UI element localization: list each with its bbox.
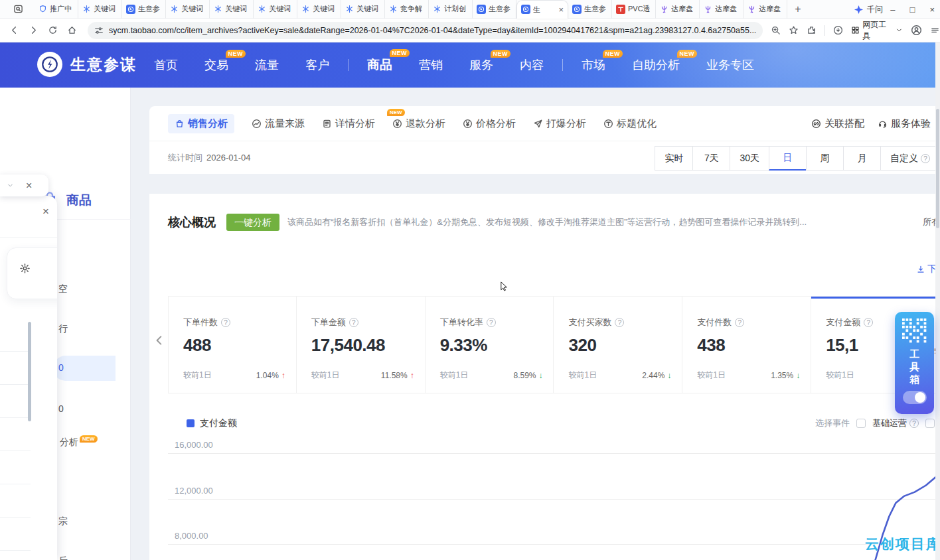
- subnav-tab-销售分析[interactable]: 销售分析: [168, 114, 234, 133]
- browser-tab[interactable]: 生意参: [568, 0, 612, 19]
- zoom-in-icon[interactable]: [771, 25, 781, 35]
- browser-tab[interactable]: 达摩盘: [656, 0, 700, 19]
- list-item[interactable]: [0, 518, 31, 551]
- nav-item-内容[interactable]: 内容: [520, 57, 544, 73]
- nav-item-服务[interactable]: 服务NEW: [469, 57, 493, 73]
- chevron-down-icon[interactable]: [7, 182, 14, 189]
- browser-menu-icon[interactable]: [930, 25, 940, 35]
- metric-card-下单件数[interactable]: 下单件数?488较前1日1.04%↑: [168, 296, 297, 393]
- close-icon[interactable]: ×: [26, 180, 32, 192]
- subnav-tab-详情分析[interactable]: 详情分析: [322, 117, 375, 130]
- home-icon[interactable]: [67, 25, 77, 35]
- browser-tab[interactable]: 生意参: [122, 0, 166, 19]
- browser-tab[interactable]: 生意参: [473, 0, 516, 19]
- subnav-tab-标题优化[interactable]: 标题优化: [603, 117, 657, 130]
- metric-card-下单转化率[interactable]: 下单转化率?9.33%较前1日8.59%↓: [426, 296, 554, 393]
- sidebar-item[interactable]: 0: [58, 362, 64, 373]
- close-icon[interactable]: ×: [42, 205, 49, 218]
- date-option-自定义[interactable]: 自定义?: [880, 146, 940, 171]
- browser-tab[interactable]: 生×: [516, 0, 568, 19]
- help-icon[interactable]: ?: [487, 318, 496, 327]
- help-icon[interactable]: ?: [615, 318, 624, 327]
- bookmark-star-icon[interactable]: [789, 25, 799, 35]
- browser-tab[interactable]: 关键词: [341, 0, 385, 19]
- nav-item-市场[interactable]: 市场NEW: [582, 57, 605, 73]
- browser-tab[interactable]: 计划创: [429, 0, 473, 19]
- event-option-label[interactable]: 基础运营?: [872, 417, 919, 429]
- metric-card-下单金额[interactable]: 下单金额?17,540.48较前1日11.58%↑: [297, 296, 426, 393]
- scrollbar-thumb[interactable]: [936, 109, 939, 228]
- date-option-7天[interactable]: 7天: [692, 146, 730, 171]
- gear-icon[interactable]: [13, 256, 37, 280]
- toolbox-toggle[interactable]: [903, 391, 927, 404]
- tab-search-icon[interactable]: [11, 3, 25, 16]
- metric-card-支付件数[interactable]: 支付件数?438较前1日1.35%↓: [682, 296, 811, 393]
- nav-item-业务专区[interactable]: 业务专区: [706, 57, 754, 73]
- list-item[interactable]: [0, 318, 31, 352]
- brand[interactable]: 生意参谋: [37, 52, 137, 77]
- close-tab-icon[interactable]: ×: [558, 5, 564, 14]
- tune-icon[interactable]: [94, 26, 104, 35]
- browser-tab[interactable]: 达摩盘: [700, 0, 744, 19]
- help-icon[interactable]: ?: [349, 318, 358, 327]
- avatar[interactable]: [911, 25, 922, 36]
- subnav-tab-流量来源[interactable]: 流量来源: [252, 117, 305, 130]
- help-icon[interactable]: ?: [921, 154, 930, 163]
- nav-item-客户[interactable]: 客户: [305, 57, 329, 73]
- nav-item-首页[interactable]: 首页: [154, 57, 178, 73]
- browser-tab[interactable]: 竞争解: [385, 0, 429, 19]
- subnav-tab-打爆分析[interactable]: 打爆分析: [533, 117, 586, 130]
- metric-card-支付买家数[interactable]: 支付买家数?320较前1日2.44%↓: [554, 296, 682, 393]
- sidebar-item[interactable]: 宗: [58, 516, 68, 527]
- sidebar-item[interactable]: 0: [58, 403, 64, 414]
- help-icon[interactable]: ?: [221, 318, 230, 327]
- help-icon[interactable]: ?: [909, 419, 919, 428]
- subnav-tab-价格分析[interactable]: 价格分析: [463, 117, 516, 130]
- list-item[interactable]: [0, 385, 31, 418]
- url-text[interactable]: sycm.taobao.com/cc/item_archives?activeK…: [109, 26, 756, 35]
- back-icon[interactable]: [9, 25, 19, 35]
- nav-item-自助分析[interactable]: 自助分析NEW: [632, 57, 680, 73]
- maximize-button[interactable]: □: [910, 5, 915, 14]
- web-tools-button[interactable]: 网页工具: [851, 19, 903, 42]
- help-icon[interactable]: ?: [864, 318, 873, 327]
- extensions-icon[interactable]: [807, 25, 817, 35]
- browser-tab[interactable]: 推广中: [35, 0, 78, 19]
- list-item[interactable]: [0, 484, 31, 518]
- toolbox-widget[interactable]: 工具箱: [895, 312, 934, 414]
- browser-tab[interactable]: PVC透: [612, 0, 656, 19]
- checkbox[interactable]: [856, 419, 866, 428]
- list-item[interactable]: [0, 418, 31, 451]
- date-option-实时[interactable]: 实时: [655, 146, 693, 171]
- nav-item-流量[interactable]: 流量: [255, 57, 279, 73]
- browser-tab[interactable]: 关键词: [210, 0, 254, 19]
- sidebar-item[interactable]: 斤: [58, 555, 68, 560]
- link-关联搭配[interactable]: 关联搭配: [811, 117, 864, 130]
- nav-item-营销[interactable]: 营销: [419, 57, 443, 73]
- minimize-button[interactable]: –: [890, 5, 895, 14]
- browser-tab[interactable]: 关键词: [78, 0, 122, 19]
- sidebar-item[interactable]: 行: [58, 323, 68, 335]
- subnav-tab-退款分析[interactable]: NEW退款分析: [392, 117, 445, 130]
- chevron-left-icon[interactable]: [153, 334, 165, 346]
- date-option-日[interactable]: 日: [769, 146, 807, 171]
- browser-tab[interactable]: 关键词: [166, 0, 210, 19]
- forward-icon[interactable]: [29, 25, 39, 35]
- list-item[interactable]: [0, 352, 31, 385]
- browser-tab[interactable]: 关键词: [297, 0, 341, 19]
- scrollbar[interactable]: [28, 322, 31, 421]
- browser-tab[interactable]: 达摩盘: [744, 0, 787, 19]
- sidebar-item[interactable]: 分析NEW: [60, 437, 98, 449]
- date-option-30天[interactable]: 30天: [730, 146, 769, 171]
- download-circle-icon[interactable]: [833, 25, 843, 35]
- help-icon[interactable]: ?: [735, 318, 744, 327]
- one-click-analyze-button[interactable]: 一键分析: [226, 214, 279, 231]
- list-item[interactable]: [0, 451, 31, 484]
- date-option-月[interactable]: 月: [843, 146, 881, 171]
- page-scrollbar[interactable]: [935, 42, 940, 560]
- checkbox[interactable]: [925, 419, 935, 428]
- reload-icon[interactable]: [48, 25, 58, 35]
- qianwen-button[interactable]: 千问: [854, 3, 883, 16]
- url-input[interactable]: sycm.taobao.com/cc/item_archives?activeK…: [88, 22, 763, 39]
- nav-item-商品[interactable]: 商品NEW: [367, 56, 392, 74]
